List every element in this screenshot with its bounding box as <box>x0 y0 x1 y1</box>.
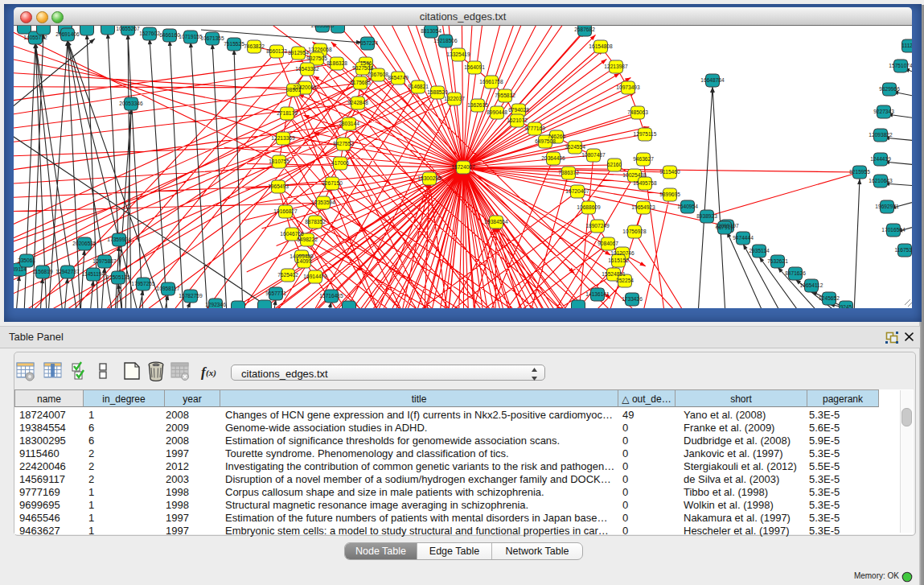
svg-text:16210643: 16210643 <box>869 178 893 183</box>
svg-text:14136141: 14136141 <box>585 291 610 297</box>
svg-text:10958117: 10958117 <box>157 286 180 291</box>
svg-text:335061: 335061 <box>18 257 35 263</box>
svg-text:20691406: 20691406 <box>55 31 80 37</box>
svg-text:13226058: 13226058 <box>308 47 332 52</box>
svg-text:10756928: 10756928 <box>622 229 647 234</box>
svg-text:8186328: 8186328 <box>326 60 347 66</box>
svg-text:2803144: 2803144 <box>339 121 359 126</box>
svg-text:16961758: 16961758 <box>479 79 503 84</box>
svg-text:9777169: 9777169 <box>524 126 545 131</box>
svg-text:7625402: 7625402 <box>277 272 298 278</box>
svg-text:6794028: 6794028 <box>508 107 529 113</box>
svg-text:8660123: 8660123 <box>266 48 287 54</box>
svg-text:19166827: 19166827 <box>273 208 298 214</box>
svg-text:1640954: 1640954 <box>677 204 698 209</box>
svg-text:20206535: 20206535 <box>72 241 97 246</box>
svg-text:1733426: 1733426 <box>622 296 643 302</box>
svg-text:252254: 252254 <box>616 278 634 283</box>
svg-text:9657771: 9657771 <box>265 290 286 296</box>
svg-text:417006: 417006 <box>331 160 349 166</box>
svg-text:16154808: 16154808 <box>589 43 613 49</box>
svg-text:19654923: 19654923 <box>631 204 655 210</box>
svg-text:1292346: 1292346 <box>205 302 226 307</box>
svg-text:10719155: 10719155 <box>179 34 203 39</box>
svg-text:7632621: 7632621 <box>767 258 788 264</box>
svg-text:12353594: 12353594 <box>311 200 335 205</box>
svg-text:9245652: 9245652 <box>819 295 840 301</box>
svg-text:12213987: 12213987 <box>604 64 628 69</box>
svg-text:16046766: 16046766 <box>280 231 304 237</box>
svg-text:1965493: 1965493 <box>268 183 289 189</box>
svg-text:3624554: 3624554 <box>565 144 585 150</box>
svg-text:15716485: 15716485 <box>319 293 343 299</box>
svg-text:7357224: 7357224 <box>357 40 378 46</box>
svg-text:15524851: 15524851 <box>602 271 626 277</box>
svg-text:9084067: 9084067 <box>598 241 618 246</box>
svg-text:16648784: 16648784 <box>700 77 725 83</box>
svg-text:10654112: 10654112 <box>800 282 823 288</box>
svg-text:11451194: 11451194 <box>82 271 105 277</box>
svg-text:8215955: 8215955 <box>849 169 870 175</box>
svg-text:9146821: 9146821 <box>408 84 429 89</box>
svg-text:14055712: 14055712 <box>23 35 47 40</box>
svg-text:9115460: 9115460 <box>659 169 680 175</box>
svg-text:10655267: 10655267 <box>116 26 140 31</box>
svg-text:9899695: 9899695 <box>659 192 680 197</box>
svg-text:7463822: 7463822 <box>244 43 265 49</box>
svg-text:1588520: 1588520 <box>427 89 448 95</box>
svg-text:6466160: 6466160 <box>159 32 180 38</box>
svg-text:1322037: 1322037 <box>444 96 465 101</box>
svg-text:9327508: 9327508 <box>352 65 373 71</box>
svg-text:39114: 39114 <box>14 266 27 272</box>
svg-text:8938923: 8938923 <box>696 213 717 219</box>
svg-text:14099: 14099 <box>297 258 312 264</box>
svg-text:7386372: 7386372 <box>558 170 579 175</box>
svg-text:1156819: 1156819 <box>32 269 53 274</box>
svg-text:16543382: 16543382 <box>295 66 319 72</box>
svg-text:10688609: 10688609 <box>577 204 601 210</box>
svg-text:12942737: 12942737 <box>55 269 80 274</box>
svg-text:19692971: 19692971 <box>875 204 899 209</box>
svg-text:687919: 687919 <box>716 225 733 230</box>
svg-text:2935114: 2935114 <box>749 248 770 253</box>
svg-text:5175685: 5175685 <box>350 80 371 85</box>
svg-text:98901: 98901 <box>286 87 302 93</box>
svg-text:8813054: 8813054 <box>421 28 441 34</box>
svg-text:18300295: 18300295 <box>417 175 441 181</box>
svg-text:18907249: 18907249 <box>585 223 610 229</box>
svg-text:8912954: 8912954 <box>288 50 309 56</box>
svg-text:1564091: 1564091 <box>464 64 485 70</box>
svg-text:9474444: 9474444 <box>733 235 754 241</box>
svg-text:9227343: 9227343 <box>873 109 894 114</box>
svg-text:1362615: 1362615 <box>467 102 488 108</box>
svg-text:9329966: 9329966 <box>879 86 900 92</box>
svg-text:9242848: 9242848 <box>347 100 368 105</box>
svg-text:62160: 62160 <box>607 162 622 167</box>
svg-text:1810755: 1810755 <box>269 159 290 164</box>
svg-text:9463627: 9463627 <box>633 156 654 162</box>
svg-text:18724007: 18724007 <box>451 164 475 170</box>
svg-text:10975887: 10975887 <box>92 258 117 264</box>
svg-text:1167533: 1167533 <box>894 247 912 253</box>
svg-text:7515525: 7515525 <box>224 41 244 47</box>
svg-text:2718176: 2718176 <box>277 110 298 116</box>
svg-text:8427552: 8427552 <box>333 141 354 146</box>
svg-text:9245: 9245 <box>840 304 852 308</box>
svg-text:1527602: 1527602 <box>139 31 160 36</box>
svg-text:20364436: 20364436 <box>541 155 565 161</box>
svg-text:6497508: 6497508 <box>535 138 556 144</box>
svg-text:10025438: 10025438 <box>622 172 647 178</box>
svg-text:17359924: 17359924 <box>107 237 131 242</box>
svg-text:(x): (x) <box>206 368 216 378</box>
svg-text:8990448: 8990448 <box>487 109 507 115</box>
svg-text:10120746: 10120746 <box>610 250 634 256</box>
svg-text:12093822: 12093822 <box>869 132 893 138</box>
svg-text:15495758: 15495758 <box>633 180 657 186</box>
svg-text:19384554: 19384554 <box>484 219 508 225</box>
svg-text:5498222: 5498222 <box>297 237 318 242</box>
svg-text:17957255: 17957255 <box>131 281 155 286</box>
svg-text:11124: 11124 <box>901 43 912 48</box>
svg-text:2367608: 2367608 <box>368 72 388 77</box>
svg-text:15751074: 15751074 <box>889 63 912 68</box>
svg-text:20053346: 20053346 <box>119 101 143 106</box>
